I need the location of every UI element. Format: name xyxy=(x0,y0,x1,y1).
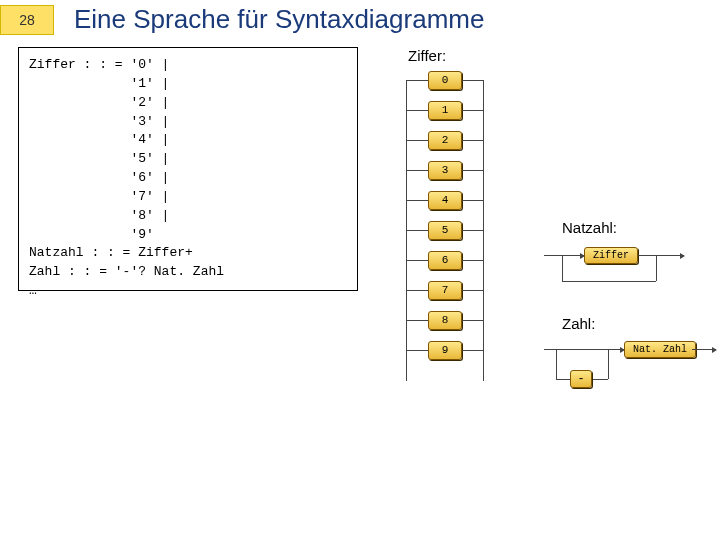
digit-box: 3 xyxy=(428,161,462,180)
zahl-minus-node: - xyxy=(570,370,592,388)
digit-box: 0 xyxy=(428,71,462,90)
digit-box: 8 xyxy=(428,311,462,330)
digit-box: 9 xyxy=(428,341,462,360)
slide-number: 28 xyxy=(0,5,54,35)
natzahl-ziffer-node: Ziffer xyxy=(584,247,638,264)
zahl-nat-node: Nat. Zahl xyxy=(624,341,696,358)
label-ziffer: Ziffer: xyxy=(408,47,446,64)
slide-header: 28 Eine Sprache für Syntaxdiagramme xyxy=(0,0,720,41)
digit-box: 7 xyxy=(428,281,462,300)
grammar-code-box: Ziffer : : = '0' | '1' | '2' | '3' | '4'… xyxy=(18,47,358,291)
digit-box: 2 xyxy=(428,131,462,150)
slide-title: Eine Sprache für Syntaxdiagramme xyxy=(74,4,484,35)
digit-box: 5 xyxy=(428,221,462,240)
digit-box: 6 xyxy=(428,251,462,270)
slide-content: Ziffer : : = '0' | '1' | '2' | '3' | '4'… xyxy=(0,41,720,291)
zahl-diagram: Nat. Zahl - xyxy=(544,339,720,399)
natzahl-diagram: Ziffer xyxy=(544,245,704,297)
label-zahl: Zahl: xyxy=(562,315,595,332)
digit-box: 1 xyxy=(428,101,462,120)
ziffer-diagram: 0 1 2 3 4 5 6 7 8 9 xyxy=(428,71,462,360)
digit-box: 4 xyxy=(428,191,462,210)
diagrams-area: Ziffer: 0 1 2 3 4 5 6 7 8 9 Natzahl: Zif… xyxy=(374,47,702,291)
label-natzahl: Natzahl: xyxy=(562,219,617,236)
